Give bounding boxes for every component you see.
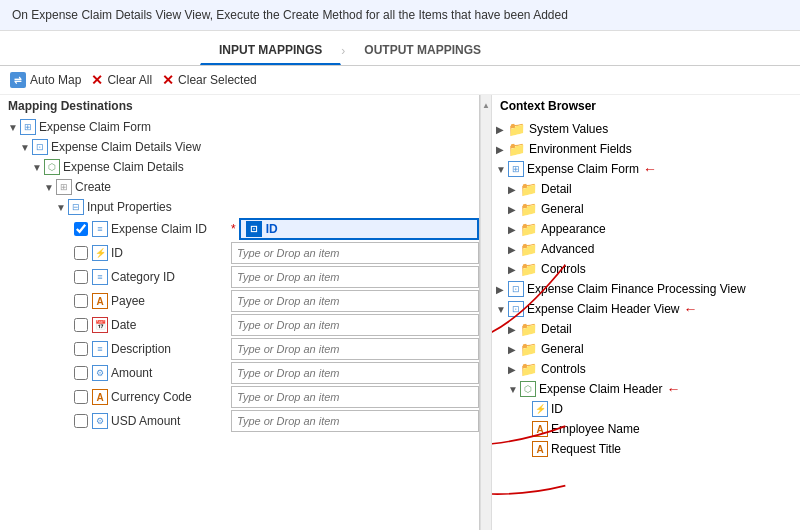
ctx-item-general-1[interactable]: 📁 General — [492, 199, 800, 219]
tree-item-expense-claim-details[interactable]: ⬡ Expense Claim Details — [0, 157, 479, 177]
label-id-field: ID — [551, 402, 563, 416]
clear-all-button[interactable]: ✕ Clear All — [91, 72, 152, 88]
ctx-item-expense-claim-header-view[interactable]: ⊡ Expense Claim Header View ← — [492, 299, 800, 319]
ctx-item-expense-claim-finance-view[interactable]: ⊡ Expense Claim Finance Processing View — [492, 279, 800, 299]
arrow-appearance — [508, 224, 520, 235]
mapping-input-usd-amount[interactable] — [231, 410, 479, 432]
scroll-up-icon[interactable] — [482, 97, 490, 111]
arrow-system-values — [496, 124, 508, 135]
mapping-input-payee[interactable] — [231, 290, 479, 312]
form-icon-expense-claim-form: ⊞ — [20, 119, 36, 135]
ctx-item-expense-claim-form[interactable]: ⊞ Expense Claim Form ← — [492, 159, 800, 179]
ctx-item-general-2[interactable]: 📁 General — [492, 339, 800, 359]
mapping-input-id[interactable] — [231, 242, 479, 264]
tab-output-mappings[interactable]: OUTPUT MAPPINGS — [345, 37, 500, 65]
create-icon: ⊞ — [56, 179, 72, 195]
label-advanced: Advanced — [541, 242, 594, 256]
folder-icon-appearance: 📁 — [520, 221, 537, 237]
field-icon-currency-code: A — [92, 389, 108, 405]
tab-input-mappings[interactable]: INPUT MAPPINGS — [200, 37, 341, 65]
tree-item-create[interactable]: ⊞ Create — [0, 177, 479, 197]
mapping-row-payee: A Payee — [0, 289, 479, 313]
label-expense-claim-finance-view: Expense Claim Finance Processing View — [527, 282, 746, 296]
ctx-item-expense-claim-header[interactable]: ⬡ Expense Claim Header ← — [492, 379, 800, 399]
mapping-input-currency-code[interactable] — [231, 386, 479, 408]
field-label-payee: Payee — [111, 294, 231, 308]
mapping-input-category-id[interactable] — [231, 266, 479, 288]
required-star-expense-claim-id: * — [231, 222, 236, 236]
tree-item-input-properties[interactable]: ⊟ Input Properties — [0, 197, 479, 217]
mapping-row-date: 📅 Date — [0, 313, 479, 337]
arrow-expense-claim-finance-view — [496, 284, 508, 295]
red-arrow-header: ← — [666, 381, 680, 397]
field-label-id: ID — [111, 246, 231, 260]
ctx-item-appearance[interactable]: 📁 Appearance — [492, 219, 800, 239]
tree-item-expense-claim-details-view[interactable]: ⊡ Expense Claim Details View — [0, 137, 479, 157]
checkbox-category-id[interactable] — [74, 270, 88, 284]
red-arrow-expense-claim-form: ← — [643, 161, 657, 177]
mapping-row-description: ≡ Description — [0, 337, 479, 361]
tree-item-expense-claim-form[interactable]: ⊞ Expense Claim Form — [0, 117, 479, 137]
arrow-expense-claim-header-view — [496, 304, 508, 315]
ctx-item-controls-1[interactable]: 📁 Controls — [492, 259, 800, 279]
folder-icon-general-1: 📁 — [520, 201, 537, 217]
field-label-date: Date — [111, 318, 231, 332]
mapping-row-expense-claim-id: ≡ Expense Claim ID * ⊡ ID — [0, 217, 479, 241]
field-icon-id-field: ⚡ — [532, 401, 548, 417]
mapping-input-amount[interactable] — [231, 362, 479, 384]
label-appearance: Appearance — [541, 222, 606, 236]
ctx-item-controls-2[interactable]: 📁 Controls — [492, 359, 800, 379]
arrow-expense-claim-form — [8, 122, 20, 133]
ctx-item-request-title[interactable]: A Request Title — [492, 439, 800, 459]
ctx-item-system-values[interactable]: 📁 System Values — [492, 119, 800, 139]
field-icon-usd-amount: ⚙ — [92, 413, 108, 429]
field-label-expense-claim-id: Expense Claim ID — [111, 222, 231, 236]
ctx-item-detail-2[interactable]: 📁 Detail — [492, 319, 800, 339]
arrow-controls-1 — [508, 264, 520, 275]
label-ctx-expense-claim-form: Expense Claim Form — [527, 162, 639, 176]
mapping-row-id: ⚡ ID — [0, 241, 479, 265]
checkbox-currency-code[interactable] — [74, 390, 88, 404]
scroll-handle[interactable] — [480, 95, 492, 530]
mapping-input-expense-claim-id[interactable]: ⊡ ID — [239, 218, 479, 240]
filled-id-text: ID — [266, 222, 278, 236]
arrow-detail-2 — [508, 324, 520, 335]
folder-icon-controls-1: 📁 — [520, 261, 537, 277]
arrow-environment-fields — [496, 144, 508, 155]
right-panel: Context Browser 📁 System Values 📁 Enviro… — [492, 95, 800, 530]
ctx-item-employee-name[interactable]: A Employee Name — [492, 419, 800, 439]
automap-icon: ⇌ — [10, 72, 26, 88]
folder-icon-general-2: 📁 — [520, 341, 537, 357]
ctx-item-detail-1[interactable]: 📁 Detail — [492, 179, 800, 199]
checkbox-description[interactable] — [74, 342, 88, 356]
mapping-input-date[interactable] — [231, 314, 479, 336]
field-icon-expense-claim-id: ≡ — [92, 221, 108, 237]
folder-icon-advanced: 📁 — [520, 241, 537, 257]
left-panel: Mapping Destinations ⊞ Expense Claim For… — [0, 95, 480, 530]
checkbox-expense-claim-id[interactable] — [74, 222, 88, 236]
mapping-tree-scroll[interactable]: ⊞ Expense Claim Form ⊡ Expense Claim Det… — [0, 117, 479, 530]
ctx-item-environment-fields[interactable]: 📁 Environment Fields — [492, 139, 800, 159]
arrow-input-properties — [56, 202, 68, 213]
clear-selected-button[interactable]: ✕ Clear Selected — [162, 72, 257, 88]
clear-all-x-icon: ✕ — [91, 72, 103, 88]
view-icon-expense-claim-details-view: ⊡ — [32, 139, 48, 155]
checkbox-amount[interactable] — [74, 366, 88, 380]
checkbox-date[interactable] — [74, 318, 88, 332]
label-create: Create — [75, 180, 111, 194]
ctx-item-id-field[interactable]: ⚡ ID — [492, 399, 800, 419]
label-employee-name: Employee Name — [551, 422, 640, 436]
automap-button[interactable]: ⇌ Auto Map — [10, 72, 81, 88]
checkbox-payee[interactable] — [74, 294, 88, 308]
field-icon-employee-name: A — [532, 421, 548, 437]
label-environment-fields: Environment Fields — [529, 142, 632, 156]
checkbox-usd-amount[interactable] — [74, 414, 88, 428]
checkbox-id[interactable] — [74, 246, 88, 260]
ctx-item-advanced[interactable]: 📁 Advanced — [492, 239, 800, 259]
arrow-ctx-expense-claim-form — [496, 164, 508, 175]
field-label-amount: Amount — [111, 366, 231, 380]
mapping-input-description[interactable] — [231, 338, 479, 360]
folder-icon-detail-2: 📁 — [520, 321, 537, 337]
field-icon-description: ≡ — [92, 341, 108, 357]
context-tree[interactable]: 📁 System Values 📁 Environment Fields ⊞ E… — [492, 117, 800, 530]
